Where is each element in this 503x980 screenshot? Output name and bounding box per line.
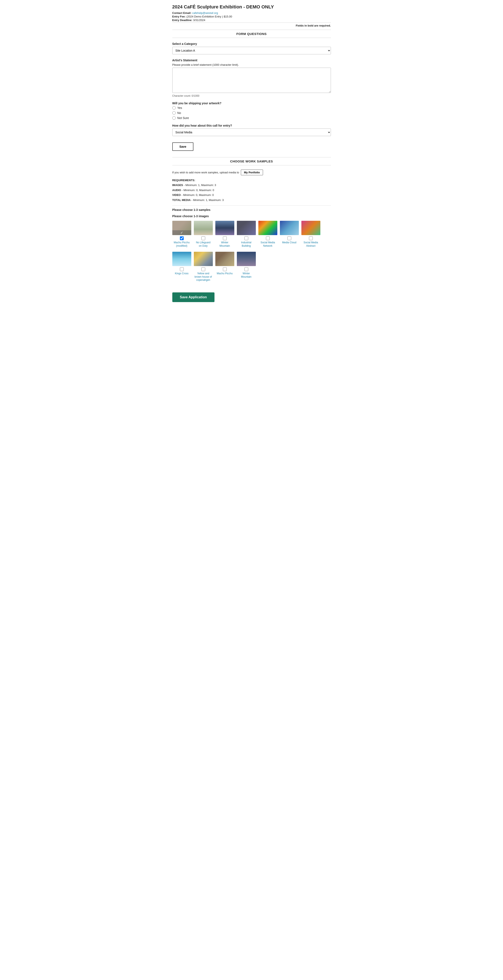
contact-email[interactable]: cafehelp@westaf.org bbox=[192, 11, 218, 14]
shipping-no-option[interactable]: No bbox=[172, 111, 331, 115]
label-social-media-net: Social MediaNetwork bbox=[260, 241, 275, 248]
shipping-label: Will you be shipping your artwork? bbox=[172, 102, 331, 105]
label-kings-cross: Kings Cross bbox=[175, 272, 188, 275]
image-item-machu-picchu2: Machu Picchu bbox=[216, 252, 234, 282]
thumb-yellow-house bbox=[194, 252, 213, 266]
label-industrial: IndustrialBuilding bbox=[241, 241, 251, 248]
image-item-social-media-abs: Social MediaAbstract bbox=[301, 221, 320, 248]
label-machu-modified: Machu Picchu(modified) bbox=[174, 241, 190, 248]
checkbox-industrial[interactable] bbox=[244, 236, 248, 240]
checkbox-machu-modified[interactable] bbox=[180, 236, 184, 240]
image-item-no-lifeguard: No Lifeguardon Duty bbox=[194, 221, 213, 248]
req-audio: AUDIO - Minimum: 0, Maximum: 0 bbox=[172, 189, 214, 192]
requirements-header: REQUIREMENTS: bbox=[172, 179, 195, 182]
checkbox-kings-cross[interactable] bbox=[180, 267, 184, 271]
image-item-media-cloud: Media Cloud bbox=[280, 221, 299, 248]
portfolio-note-text: If you wish to add more work samples, up… bbox=[172, 171, 239, 174]
label-yellow-house: Yellow andbrown house ofcopenahgen bbox=[195, 272, 212, 282]
thumb-machu-modified: ✓ bbox=[172, 221, 191, 235]
label-winter-mtn1: WinterMountain bbox=[220, 241, 230, 248]
thumb-winter-mtn2 bbox=[237, 252, 256, 266]
image-grid-row2: Kings Cross Yellow andbrown house ofcope… bbox=[172, 252, 331, 282]
category-select[interactable]: Site Location A Site Location B Site Loc… bbox=[172, 47, 331, 54]
shipping-notsure-option[interactable]: Not Sure bbox=[172, 116, 331, 120]
thumb-industrial bbox=[237, 221, 256, 235]
entry-fee-label: Entry Fee: bbox=[172, 15, 186, 18]
thumb-social-media-abs bbox=[301, 221, 320, 235]
how-heard-label: How did you hear about this call for ent… bbox=[172, 124, 331, 127]
req-images: IMAGES - Minimum: 1, Maximum: 3 bbox=[172, 183, 216, 187]
entry-fee-value: (2024 Demo Exhibition Entry ) $15.00 bbox=[187, 15, 232, 18]
thumb-no-lifeguard bbox=[194, 221, 213, 235]
checkbox-machu-picchu2[interactable] bbox=[223, 267, 227, 271]
image-item-winter-mtn1: WinterMountain bbox=[216, 221, 234, 248]
label-machu-picchu2: Machu Picchu bbox=[217, 272, 233, 275]
my-portfolio-button[interactable]: My Portfolio bbox=[241, 170, 263, 175]
label-winter-mtn2: WinterMountain bbox=[241, 272, 251, 278]
image-item-yellow-house: Yellow andbrown house ofcopenahgen bbox=[194, 252, 213, 282]
image-grid-row1: ✓ Machu Picchu(modified) No Lifeguardon … bbox=[172, 221, 331, 248]
choose-samples-label: Please choose 1-3 samples bbox=[172, 205, 331, 212]
shipping-yes-radio[interactable] bbox=[172, 106, 176, 110]
checkbox-winter-mtn1[interactable] bbox=[223, 236, 227, 240]
category-label: Select a Category bbox=[172, 42, 331, 46]
save-application-button[interactable]: Save Application bbox=[172, 293, 214, 302]
checkbox-social-media-net[interactable] bbox=[266, 236, 270, 240]
image-item-winter-mtn2: WinterMountain bbox=[237, 252, 256, 282]
req-total: TOTAL MEDIA - Minimum: 1, Maximum: 3 bbox=[172, 199, 224, 202]
checkbox-no-lifeguard[interactable] bbox=[201, 236, 205, 240]
shipping-yes-label: Yes bbox=[177, 106, 182, 110]
image-item-machu-modified: ✓ Machu Picchu(modified) bbox=[172, 221, 191, 248]
label-social-media-abs: Social MediaAbstract bbox=[303, 241, 318, 248]
shipping-no-radio[interactable] bbox=[172, 111, 176, 115]
contact-label: Contact Email: bbox=[172, 11, 192, 14]
image-item-kings-cross: Kings Cross bbox=[172, 252, 191, 282]
char-count: Character count: 0/1000 bbox=[172, 94, 331, 97]
checkbox-media-cloud[interactable] bbox=[287, 236, 291, 240]
save-button[interactable]: Save bbox=[172, 142, 193, 151]
choose-images-label: Please choose 1-3 images bbox=[172, 215, 331, 218]
label-no-lifeguard: No Lifeguardon Duty bbox=[196, 241, 211, 248]
image-item-industrial: IndustrialBuilding bbox=[237, 221, 256, 248]
label-media-cloud: Media Cloud bbox=[282, 241, 296, 244]
checkbox-social-media-abs[interactable] bbox=[309, 236, 313, 240]
image-item-social-media-net: Social MediaNetwork bbox=[259, 221, 277, 248]
page-title: 2024 CaFÉ Sculpture Exhibition - DEMO ON… bbox=[172, 4, 331, 10]
thumb-media-cloud bbox=[280, 221, 299, 235]
shipping-notsure-radio[interactable] bbox=[172, 116, 176, 120]
artist-statement-label: Artist's Statement bbox=[172, 59, 331, 62]
check-icon: ✓ bbox=[180, 231, 183, 235]
checkbox-winter-mtn2[interactable] bbox=[244, 267, 248, 271]
checkbox-yellow-house[interactable] bbox=[201, 267, 205, 271]
thumb-winter-mtn1 bbox=[216, 221, 234, 235]
artist-statement-textarea[interactable] bbox=[172, 68, 331, 93]
shipping-no-label: No bbox=[177, 111, 181, 115]
shipping-yes-option[interactable]: Yes bbox=[172, 106, 331, 110]
req-video: VIDEO - Minimum: 0, Maximum: 0 bbox=[172, 193, 214, 197]
work-samples-header: CHOOSE WORK SAMPLES bbox=[172, 157, 331, 165]
thumb-machu-picchu2 bbox=[216, 252, 234, 266]
thumb-kings-cross bbox=[172, 252, 191, 266]
how-heard-select[interactable]: Social Media Friend Web Search Other bbox=[172, 129, 331, 136]
artist-statement-sublabel: Please provide a brief statement (1000 c… bbox=[172, 63, 331, 66]
required-note: Fields in bold are required. bbox=[296, 24, 331, 27]
thumb-social-media-net bbox=[259, 221, 277, 235]
deadline-value: 3/31/2024 bbox=[193, 19, 205, 22]
form-questions-header: FORM QUESTIONS bbox=[172, 30, 331, 38]
shipping-notsure-label: Not Sure bbox=[177, 116, 189, 120]
deadline-label: Entry Deadline: bbox=[172, 19, 192, 22]
